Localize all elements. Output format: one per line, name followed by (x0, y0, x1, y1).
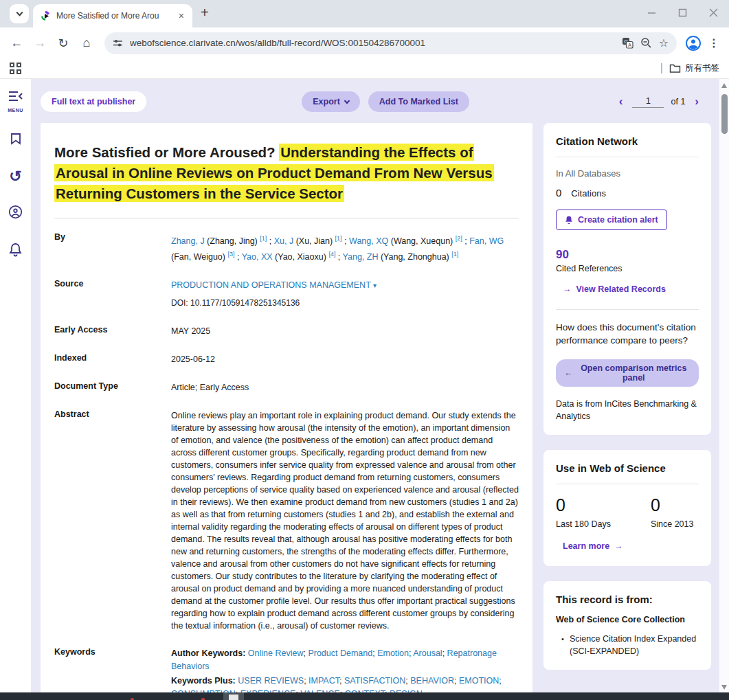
keywords-label: Keywords (54, 647, 171, 692)
minimize-button[interactable] (647, 8, 656, 17)
menu-label: MENU (8, 108, 23, 113)
tab-search-button[interactable] (10, 4, 29, 23)
divider (54, 218, 519, 218)
affiliation-ref[interactable]: [1] (335, 235, 342, 242)
create-citation-alert-button[interactable]: Create citation alert (556, 210, 667, 230)
author-link[interactable]: Zhang, J (171, 236, 205, 246)
affiliation-ref[interactable]: [2] (456, 235, 462, 242)
keyword-link[interactable]: Arousal (413, 648, 442, 658)
divider (556, 484, 699, 484)
citation-scope-label: In All Databases (556, 168, 699, 179)
marked-list-icon[interactable] (9, 132, 23, 148)
tab-close-icon[interactable]: × (177, 11, 186, 21)
url-text[interactable]: webofscience.clarivate.cn/wos/alldb/full… (130, 38, 615, 48)
usage-since2013-value: 0 (651, 495, 694, 515)
usage-last180-value: 0 (556, 495, 611, 515)
translate-icon[interactable]: GA (622, 37, 633, 49)
forward-icon[interactable]: → (30, 36, 49, 50)
taskbar-active-app[interactable] (223, 692, 244, 700)
divider (661, 63, 662, 74)
keyword-link[interactable]: Emotion (377, 648, 409, 658)
folder-icon[interactable] (669, 63, 681, 74)
cited-references-count[interactable]: 90 (556, 248, 699, 262)
view-related-records-link[interactable]: View Related Records (576, 284, 666, 294)
apps-grid-icon[interactable] (10, 63, 21, 74)
affiliation-ref[interactable]: [1] (260, 235, 267, 242)
keyword-link[interactable]: Product Demand (308, 648, 372, 658)
keywords-plus-label: Keywords Plus: (171, 676, 236, 686)
pagination: ‹ of 1 › (616, 95, 702, 109)
chevron-down-icon (16, 10, 23, 16)
arrow-right-icon: → (614, 541, 623, 551)
notifications-bell-icon[interactable] (9, 242, 22, 260)
arrow-left-icon: ← (564, 368, 573, 378)
keyword-link[interactable]: Online Review (248, 648, 304, 658)
learn-more-link[interactable]: Learn more (563, 541, 609, 551)
menu-icon[interactable] (8, 90, 23, 105)
page-scrollbar[interactable] (719, 79, 729, 692)
svg-text:A: A (628, 42, 631, 48)
bookmarks-bar: 所有书签 (0, 58, 729, 79)
affiliation-ref[interactable]: [4] (328, 251, 335, 258)
profile-icon[interactable] (685, 35, 702, 52)
usage-last180-label: Last 180 Days (556, 519, 611, 529)
home-icon[interactable]: ⌂ (77, 36, 96, 50)
author-link[interactable]: Yao, XX (242, 252, 273, 262)
citations-count: 0 (556, 187, 561, 199)
new-tab-button[interactable]: + (201, 5, 209, 21)
author-link[interactable]: Fan, WG (469, 236, 504, 246)
page-of-label: of 1 (671, 97, 685, 106)
back-icon[interactable]: ← (7, 36, 26, 50)
affiliation-ref[interactable]: [3] (227, 251, 234, 258)
keyword-link[interactable]: SATISFACTION (344, 676, 405, 686)
history-icon[interactable]: ↺ (9, 169, 21, 184)
keyword-link[interactable]: EMOTION (459, 676, 499, 686)
next-page-icon[interactable]: › (692, 95, 702, 109)
authors-value: Zhang, J (Zhang, Jing) [1] ; Xu, J (Xu, … (171, 232, 519, 264)
citations-label: Citations (571, 188, 606, 199)
affiliation-ref[interactable]: [1] (451, 251, 458, 258)
usage-card: Use in Web of Science 0 Last 180 Days 0 … (543, 450, 711, 566)
incites-note-text: Data is from InCites Benchmarking & Anal… (556, 398, 699, 422)
browser-menu-icon[interactable]: ⋮ (706, 36, 722, 49)
windows-taskbar[interactable] (0, 692, 729, 700)
bookmark-star-icon[interactable]: ☆ (659, 36, 669, 49)
open-comparison-metrics-button[interactable]: ← Open comparison metrics panel (556, 359, 699, 387)
divider (556, 309, 699, 310)
close-window-button[interactable] (709, 8, 718, 17)
prev-page-icon[interactable]: ‹ (616, 95, 626, 109)
page-number-input[interactable] (632, 96, 664, 108)
full-text-button[interactable]: Full text at publisher (41, 91, 146, 112)
author-link[interactable]: Xu, J (274, 236, 294, 246)
doi-text: DOI: 10.1177/10591478251345136 (171, 297, 519, 310)
source-journal-link[interactable]: PRODUCTION AND OPERATIONS MANAGEMENT (171, 280, 371, 290)
add-to-marked-list-button[interactable]: Add To Marked List (368, 91, 469, 112)
reload-icon[interactable]: ↻ (54, 36, 73, 51)
scroll-up-icon[interactable] (721, 83, 727, 88)
cited-references-label: Cited References (556, 264, 699, 273)
scrollbar-thumb[interactable] (721, 94, 728, 134)
browser-tab[interactable]: More Satisfied or More Arou × (33, 4, 192, 27)
address-bar[interactable]: webofscience.clarivate.cn/wos/alldb/full… (104, 32, 677, 54)
keyword-link[interactable]: IMPACT (309, 676, 339, 686)
record-from-list: Science Citation Index Expanded (SCI-EXP… (556, 633, 699, 657)
tab-title: More Satisfied or More Arou (56, 11, 172, 21)
author-link[interactable]: Wang, XQ (349, 236, 388, 246)
export-button[interactable]: Export (302, 91, 360, 112)
keyword-link[interactable]: USER REVIEWS (238, 676, 304, 686)
core-collection-label: Web of Science Core Collection (556, 615, 699, 624)
chevron-down-icon[interactable]: ▾ (373, 282, 377, 289)
site-settings-icon[interactable] (113, 38, 123, 48)
scroll-down-icon[interactable] (721, 685, 727, 690)
keyword-link[interactable]: BEHAVIOR (410, 676, 454, 686)
abstract-label: Abstract (54, 409, 171, 632)
list-item: Science Citation Index Expanded (SCI-EXP… (561, 633, 699, 657)
profile-sidebar-icon[interactable] (8, 205, 23, 222)
abstract-text: Online reviews play an important role in… (171, 409, 519, 632)
maximize-button[interactable] (678, 8, 687, 17)
clarivate-favicon-icon (40, 10, 51, 21)
all-bookmarks-label[interactable]: 所有书签 (685, 63, 719, 74)
zoom-icon[interactable] (640, 37, 652, 49)
wos-page: MENU ↺ Full text at publisher Export Add… (0, 79, 729, 692)
author-link[interactable]: Yang, ZH (343, 252, 379, 262)
